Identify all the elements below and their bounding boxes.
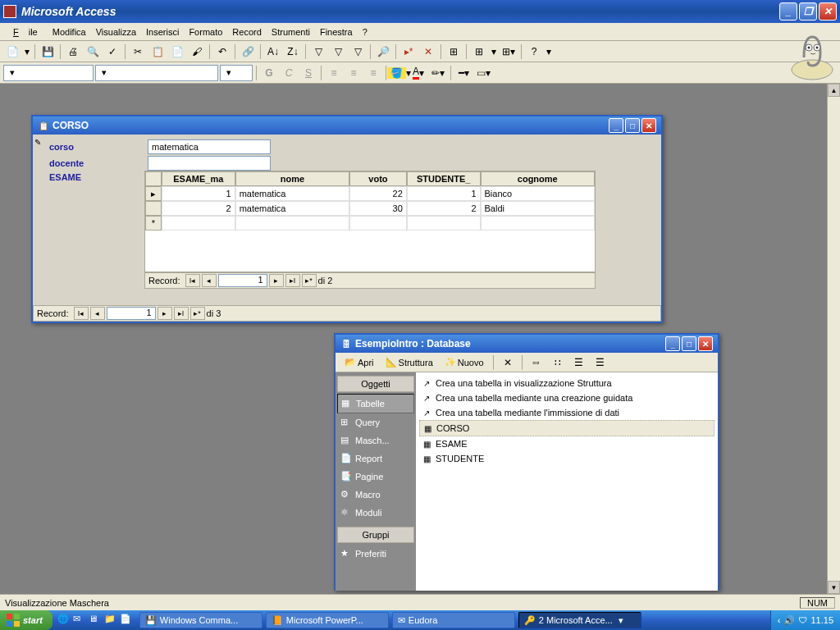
print-preview-button[interactable]: 🔍 — [84, 43, 102, 61]
list-item[interactable]: ↗Crea una tabella mediante l'immissione … — [419, 405, 714, 420]
task-windows-command[interactable]: 💾Windows Comma... — [139, 612, 262, 628]
view-details-icon[interactable]: ☰ — [591, 354, 609, 372]
nav-query[interactable]: ⊞Query — [337, 413, 414, 431]
system-tray[interactable]: ‹ 🔊 🛡 11.15 — [770, 610, 840, 630]
copy-button[interactable]: 📋 — [148, 43, 167, 61]
docente-input[interactable] — [148, 156, 271, 171]
database-window-button[interactable]: ⊞ — [445, 43, 463, 61]
cell[interactable] — [481, 216, 595, 231]
list-item[interactable]: ↗Crea una tabella in visualizzazione Str… — [419, 376, 714, 390]
list-item-studente[interactable]: ▦STUDENTE — [419, 451, 714, 466]
table-row-new[interactable]: * — [145, 216, 595, 231]
nav-macro[interactable]: ⚙Macro — [337, 486, 414, 504]
col-studente-header[interactable]: STUDENTE_ — [407, 171, 481, 186]
nav-report[interactable]: 📄Report — [337, 450, 414, 468]
nav-moduli[interactable]: ⚛Moduli — [337, 504, 414, 522]
task-powerpoint[interactable]: 📙Microsoft PowerP... — [266, 612, 389, 628]
corso-minimize-button[interactable]: _ — [609, 118, 623, 133]
col-nome-header[interactable]: nome — [235, 171, 349, 186]
start-button[interactable]: start — [0, 610, 52, 630]
view-button[interactable]: 📄 — [3, 43, 21, 61]
col-cognome-header[interactable]: cognome — [481, 171, 595, 186]
fill-color-button[interactable]: 🪣▾ — [390, 64, 408, 82]
nav-next-button[interactable]: ▸ — [269, 274, 284, 287]
view-large-icon[interactable]: ▫▫ — [527, 354, 546, 372]
tray-icon[interactable]: 🛡 — [798, 615, 807, 625]
align-left-button[interactable]: ≡ — [325, 64, 343, 82]
cell[interactable] — [407, 216, 481, 231]
bold-button[interactable]: G — [260, 64, 278, 82]
menu-visualizza[interactable]: Visualizza — [91, 25, 141, 39]
corso-input[interactable] — [148, 139, 271, 154]
line-width-button[interactable]: ━▾ — [454, 64, 472, 82]
ql-icon[interactable]: 📄 — [120, 614, 133, 627]
undo-button[interactable]: ↶ — [213, 43, 231, 61]
menu-finestra[interactable]: Finestra — [315, 25, 358, 39]
underline-button[interactable]: S — [299, 64, 317, 82]
cell[interactable]: 22 — [349, 186, 407, 201]
menu-formato[interactable]: Formato — [184, 25, 227, 39]
list-item[interactable]: ↗Crea una tabella mediante una creazione… — [419, 390, 714, 405]
delete-record-button[interactable]: ✕ — [419, 43, 437, 61]
nav-maschere[interactable]: ▤Masch... — [337, 431, 414, 450]
cell[interactable]: 2 — [162, 201, 235, 216]
cell[interactable]: matematica — [235, 201, 349, 216]
new-object-dropdown-icon[interactable]: ▾ — [490, 43, 498, 61]
ql-icon[interactable]: 🌐 — [57, 614, 71, 627]
filter-form-button[interactable]: ▽ — [329, 43, 347, 61]
nav-tabelle[interactable]: ▦Tabelle — [337, 394, 414, 413]
ql-icon[interactable]: ✉ — [73, 614, 86, 627]
nav-prev-button[interactable]: ◂ — [202, 274, 217, 287]
special-effect-button[interactable]: ▭▾ — [474, 64, 492, 82]
nav-prev-button[interactable]: ◂ — [90, 307, 105, 320]
save-button[interactable]: 💾 — [39, 43, 57, 61]
col-esame-header[interactable]: ESAME_ma — [162, 171, 235, 186]
window-close-button[interactable]: ✕ — [819, 2, 837, 21]
db-delete-button[interactable]: ✕ — [499, 354, 517, 372]
menu-inserisci[interactable]: Inserisci — [141, 25, 184, 39]
new-record-button[interactable]: ▸* — [399, 43, 418, 61]
table-row[interactable]: 2 matematica 30 2 Baldi — [145, 201, 595, 216]
object-selector[interactable]: ▾ — [3, 65, 94, 81]
nav-oggetti-header[interactable]: Oggetti — [337, 376, 414, 392]
align-center-button[interactable]: ≡ — [345, 64, 363, 82]
table-row[interactable]: ▸ 1 matematica 22 1 Bianco — [145, 186, 595, 201]
tray-icon[interactable]: 🔊 — [783, 615, 795, 626]
corso-maximize-button[interactable]: □ — [625, 118, 640, 133]
cell[interactable] — [162, 216, 235, 231]
nav-next-button[interactable]: ▸ — [158, 307, 172, 320]
scroll-down-icon[interactable]: ▼ — [828, 581, 840, 594]
print-button[interactable]: 🖨 — [64, 43, 82, 61]
help-dropdown-icon[interactable]: ▾ — [545, 43, 553, 61]
nav-gruppi-header[interactable]: Gruppi — [337, 527, 414, 543]
db-open-button[interactable]: 📂Apri — [340, 354, 378, 370]
nav-first-button[interactable]: I◂ — [185, 274, 200, 287]
db-minimize-button[interactable]: _ — [665, 336, 680, 351]
more-button[interactable]: ⊞▾ — [500, 43, 518, 61]
menu-modifica[interactable]: Modifica — [48, 25, 91, 39]
ql-icon[interactable]: 📁 — [104, 614, 117, 627]
corso-titlebar[interactable]: 📋 CORSO _ □ ✕ — [33, 116, 661, 135]
new-object-button[interactable]: ⊞ — [470, 43, 488, 61]
nav-pagine[interactable]: 📑Pagine — [337, 468, 414, 486]
font-size-selector[interactable]: ▾ — [220, 65, 253, 81]
list-item-esame[interactable]: ▦ESAME — [419, 436, 714, 451]
cut-button[interactable]: ✂ — [129, 43, 147, 61]
scroll-up-icon[interactable]: ▲ — [828, 84, 840, 97]
nav-new-button[interactable]: ▸* — [302, 274, 317, 287]
nav-new-button[interactable]: ▸* — [190, 307, 205, 320]
cell[interactable]: 1 — [162, 186, 235, 201]
help-button[interactable]: ? — [525, 43, 543, 61]
record-number-input[interactable]: 1 — [107, 307, 156, 320]
db-new-button[interactable]: ✨Nuovo — [441, 354, 488, 370]
tray-arrow-icon[interactable]: ‹ — [778, 615, 781, 625]
cell[interactable]: Bianco — [481, 186, 595, 201]
view-small-icon[interactable]: ∷ — [549, 354, 567, 372]
nav-last-button[interactable]: ▸I — [174, 307, 189, 320]
db-design-button[interactable]: 📐Struttura — [381, 354, 437, 370]
subform-selector-header[interactable] — [145, 171, 162, 186]
cell[interactable]: matematica — [235, 186, 349, 201]
cell[interactable] — [349, 216, 407, 231]
cell[interactable]: 2 — [407, 201, 481, 216]
cell[interactable] — [235, 216, 349, 231]
